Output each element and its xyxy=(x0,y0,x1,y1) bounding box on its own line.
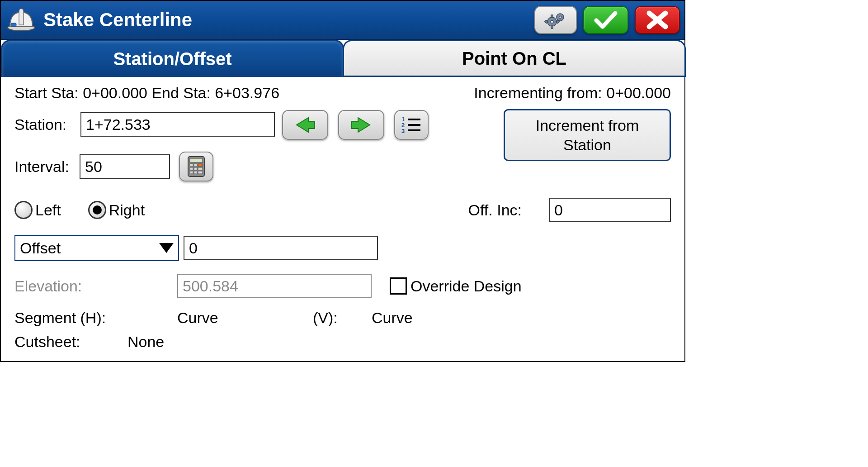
settings-button[interactable] xyxy=(534,6,577,34)
station-label: Station: xyxy=(14,116,73,133)
tab-point-on-cl[interactable]: Point On CL xyxy=(343,40,686,77)
tab-bar: Station/Offset Point On CL xyxy=(1,40,684,77)
cutsheet-label: Cutsheet: xyxy=(14,333,127,351)
segment-v-value: Curve xyxy=(372,309,413,327)
svg-rect-26 xyxy=(190,171,193,174)
helmet-icon xyxy=(5,7,37,33)
segment-v-label: (V): xyxy=(313,309,358,327)
svg-point-11 xyxy=(559,16,561,19)
svg-rect-5 xyxy=(551,26,553,29)
arrow-left-icon xyxy=(292,116,318,134)
tab-station-offset[interactable]: Station/Offset xyxy=(1,40,344,77)
off-inc-input[interactable] xyxy=(549,198,671,222)
offset-type-dropdown[interactable]: Offset xyxy=(14,235,179,261)
arrow-right-icon xyxy=(348,116,374,134)
gears-icon xyxy=(543,11,568,29)
override-design-label: Override Design xyxy=(410,277,522,295)
increment-from-station-button[interactable]: Increment from Station xyxy=(504,109,671,161)
elevation-label: Elevation: xyxy=(14,277,177,295)
svg-rect-19 xyxy=(190,158,203,162)
interval-input[interactable] xyxy=(80,154,170,179)
segment-h-label: Segment (H): xyxy=(14,309,177,327)
svg-text:3: 3 xyxy=(401,128,405,134)
side-left-radio[interactable] xyxy=(14,201,33,219)
svg-point-3 xyxy=(551,20,553,23)
interval-label: Interval: xyxy=(14,158,73,176)
svg-rect-25 xyxy=(198,167,203,170)
svg-rect-27 xyxy=(194,171,197,174)
station-prev-button[interactable] xyxy=(282,110,328,140)
station-next-button[interactable] xyxy=(338,110,384,140)
numbered-list-icon: 1 2 3 xyxy=(401,116,422,134)
cancel-button[interactable] xyxy=(635,6,680,34)
svg-rect-4 xyxy=(551,15,553,18)
chevron-down-icon xyxy=(159,243,174,253)
tab-label: Point On CL xyxy=(462,48,566,69)
off-inc-label: Off. Inc: xyxy=(468,201,522,219)
cutsheet-value: None xyxy=(127,333,164,351)
side-left-label: Left xyxy=(35,201,61,219)
incrementing-from-text: Incrementing from: 0+00.000 xyxy=(474,84,671,102)
elevation-input xyxy=(177,274,372,298)
svg-rect-24 xyxy=(194,167,197,170)
check-icon xyxy=(594,10,618,29)
side-right-radio[interactable] xyxy=(88,201,106,219)
station-list-button[interactable]: 1 2 3 xyxy=(394,110,429,140)
ok-button[interactable] xyxy=(583,6,628,34)
calculator-icon xyxy=(187,156,205,177)
segment-h-value: Curve xyxy=(177,309,313,327)
svg-rect-21 xyxy=(194,164,197,167)
x-icon xyxy=(646,10,668,29)
dropdown-value: Offset xyxy=(20,239,61,257)
station-input[interactable] xyxy=(80,112,275,137)
calculator-button[interactable] xyxy=(179,152,213,181)
svg-rect-28 xyxy=(198,171,203,174)
content-panel: Start Sta: 0+00.000 End Sta: 6+03.976 In… xyxy=(1,77,684,361)
tab-label: Station/Offset xyxy=(113,49,231,69)
station-range-text: Start Sta: 0+00.000 End Sta: 6+03.976 xyxy=(14,84,279,102)
svg-rect-22 xyxy=(198,164,203,167)
svg-rect-20 xyxy=(190,164,193,167)
svg-rect-23 xyxy=(190,167,193,170)
svg-rect-1 xyxy=(11,23,16,26)
override-design-checkbox[interactable] xyxy=(390,277,407,295)
offset-value-input[interactable] xyxy=(184,236,378,260)
page-title: Stake Centerline xyxy=(43,9,528,31)
side-right-label: Right xyxy=(109,201,145,219)
title-bar: Stake Centerline xyxy=(1,1,684,40)
